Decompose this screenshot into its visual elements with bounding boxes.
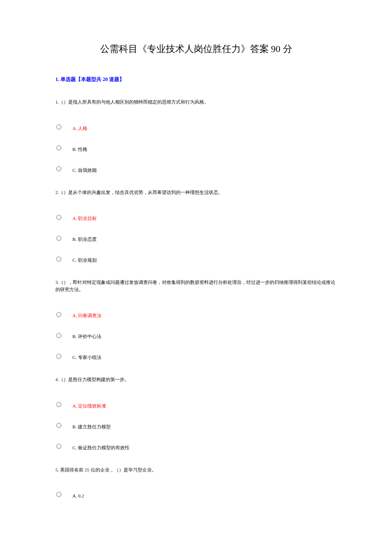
option-label: A. 问卷调查法 — [72, 310, 101, 319]
radio-icon[interactable] — [56, 423, 61, 428]
radio-icon[interactable] — [56, 402, 61, 407]
option-row: A. 人格 — [55, 123, 337, 132]
radio-icon[interactable] — [56, 215, 61, 220]
question-stem: 5. 美国排名前 25 位的企业，（）是学习型企业。 — [55, 466, 337, 474]
option-row: B. 建立胜任力模型 — [55, 421, 337, 430]
option-row: B. 性格 — [55, 144, 337, 153]
radio-icon[interactable] — [56, 257, 61, 262]
option-label: A. 0.2 — [72, 491, 84, 498]
option-label: C. 自我效能 — [72, 165, 97, 173]
option-row: A. 0.2 — [55, 490, 337, 499]
question-block: 2.（）是从个体的兴趣出发，结合其优劣势，从而希望达到的一种理想生活状态。A. … — [55, 189, 337, 264]
option-label: A. 人格 — [72, 123, 87, 132]
radio-holder — [55, 166, 72, 171]
radio-holder — [55, 444, 72, 449]
radio-holder — [55, 215, 72, 220]
radio-holder — [55, 145, 72, 150]
question-block: 1.（）是指人所具有的与他人相区别的独特而稳定的思维方式和行为风格。A. 人格B… — [55, 98, 337, 173]
option-row: A. 问卷调查法 — [55, 310, 337, 319]
option-row: C. 自我效能 — [55, 165, 337, 173]
radio-holder — [55, 333, 72, 338]
option-label: A. 定位绩效标准 — [72, 400, 106, 409]
radio-holder — [55, 492, 72, 497]
radio-icon[interactable] — [56, 354, 61, 359]
option-label: B. 评价中心法 — [72, 331, 101, 340]
option-row: B. 评价中心法 — [55, 331, 337, 340]
radio-icon[interactable] — [56, 145, 61, 150]
option-label: C. 专家小组法 — [72, 352, 101, 361]
option-label: A. 职业目标 — [72, 213, 97, 222]
radio-icon[interactable] — [56, 124, 61, 130]
option-row: C. 专家小组法 — [55, 352, 337, 361]
radio-holder — [55, 257, 72, 262]
radio-holder — [55, 402, 72, 407]
questions-container: 1.（）是指人所具有的与他人相区别的独特而稳定的思维方式和行为风格。A. 人格B… — [55, 98, 337, 499]
option-row: C. 验证胜任力模型的有效性 — [55, 442, 337, 451]
option-label: C. 验证胜任力模型的有效性 — [72, 442, 130, 451]
section-header: 1. 单选题【本题型共 20 道题】 — [55, 76, 337, 83]
question-block: 3.（），即针对特定现象或问题通过发放调查问卷，对收集得到的数据资料进行分析处理… — [55, 279, 337, 361]
radio-icon[interactable] — [56, 166, 61, 171]
option-label: B. 性格 — [72, 144, 87, 153]
option-row: C. 职业规划 — [55, 254, 337, 263]
radio-icon[interactable] — [56, 236, 61, 241]
question-stem: 1.（）是指人所具有的与他人相区别的独特而稳定的思维方式和行为风格。 — [55, 98, 337, 106]
radio-icon[interactable] — [56, 312, 61, 317]
radio-holder — [55, 124, 72, 130]
radio-holder — [55, 354, 72, 359]
option-label: C. 职业规划 — [72, 254, 97, 263]
radio-icon[interactable] — [56, 333, 61, 338]
question-stem: 3.（），即针对特定现象或问题通过发放调查问卷，对收集得到的数据资料进行分析处理… — [55, 279, 337, 293]
question-block: 5. 美国排名前 25 位的企业，（）是学习型企业。A. 0.2 — [55, 466, 337, 499]
option-row: A. 职业目标 — [55, 213, 337, 222]
radio-holder — [55, 236, 72, 241]
radio-icon[interactable] — [56, 444, 61, 449]
option-label: B. 建立胜任力模型 — [72, 421, 111, 430]
radio-holder — [55, 312, 72, 317]
radio-holder — [55, 423, 72, 428]
option-row: A. 定位绩效标准 — [55, 400, 337, 409]
page-title: 公需科目《专业技术人岗位胜任力》答案 90 分 — [55, 43, 337, 55]
option-row: B. 职业态度 — [55, 234, 337, 243]
question-stem: 2.（）是从个体的兴趣出发，结合其优劣势，从而希望达到的一种理想生活状态。 — [55, 189, 337, 196]
option-label: B. 职业态度 — [72, 234, 97, 243]
radio-icon[interactable] — [56, 492, 61, 497]
question-block: 4.（）是胜任力模型构建的第一步。A. 定位绩效标准B. 建立胜任力模型C. 验… — [55, 376, 337, 451]
question-stem: 4.（）是胜任力模型构建的第一步。 — [55, 376, 337, 383]
